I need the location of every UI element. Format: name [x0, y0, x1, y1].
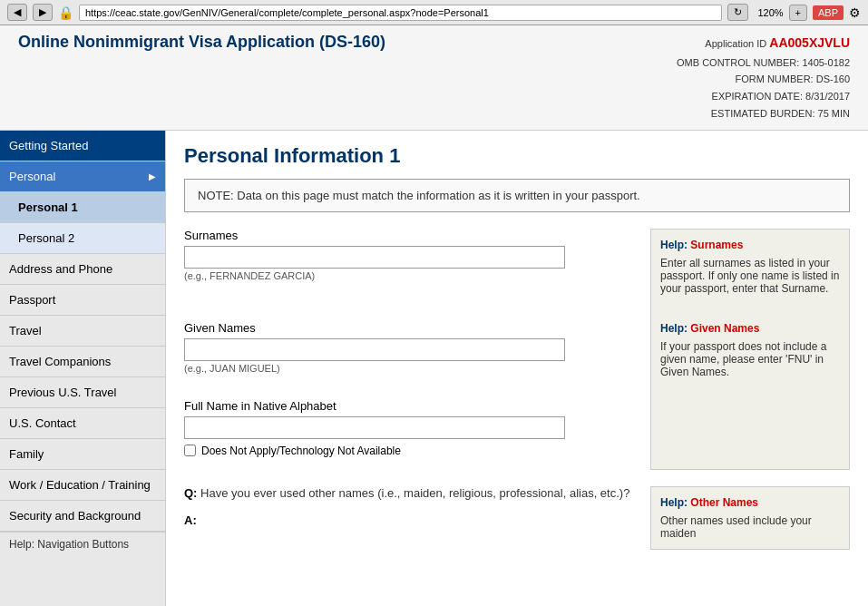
- sidebar: Getting Started Personal ▶ Personal 1 Pe…: [0, 131, 166, 606]
- help-given-names-text: If your passport does not include a give…: [660, 340, 840, 378]
- burden-label: ESTIMATED BURDEN:: [711, 108, 815, 119]
- native-alphabet-label: Full Name in Native Alphabet: [184, 399, 636, 413]
- omb-value: 1405-0182: [802, 57, 850, 68]
- given-names-label: Given Names: [184, 321, 636, 335]
- sidebar-item-family[interactable]: Family: [0, 439, 165, 470]
- surnames-field-group: Surnames (e.g., FERNANDEZ GARCIA): [184, 229, 636, 281]
- zoom-level: 120%: [757, 7, 783, 18]
- lock-icon: 🔒: [58, 5, 73, 20]
- sidebar-item-personal1[interactable]: Personal 1: [0, 192, 165, 223]
- browser-reload-btn[interactable]: ↻: [727, 4, 748, 21]
- given-names-field-group: Given Names (e.g., JUAN MIGUEL): [184, 321, 636, 374]
- native-alphabet-input[interactable]: [184, 416, 565, 439]
- sidebar-item-getting-started[interactable]: Getting Started: [0, 131, 165, 161]
- app-id-label: Application ID: [705, 38, 766, 49]
- sidebar-item-work-education[interactable]: Work / Education / Training: [0, 470, 165, 501]
- omb-label: OMB CONTROL NUMBER:: [677, 57, 799, 68]
- page-title: Personal Information 1: [184, 144, 850, 168]
- browser-forward-btn[interactable]: ▶: [33, 4, 53, 21]
- sidebar-item-travel[interactable]: Travel: [0, 316, 165, 347]
- app-title: Online Nonimmigrant Visa Application (DS…: [18, 33, 385, 52]
- main-layout: Getting Started Personal ▶ Personal 1 Pe…: [0, 131, 868, 606]
- header-meta: Application ID AA005XJVLU OMB CONTROL NU…: [677, 33, 850, 122]
- sidebar-label-work-education: Work / Education / Training: [9, 478, 151, 492]
- question-text: Have you ever used other names (i.e., ma…: [200, 486, 629, 500]
- question-other-names: Q: Have you ever used other names (i.e.,…: [184, 486, 636, 550]
- sidebar-item-security-background[interactable]: Security and Background: [0, 501, 165, 532]
- help-surnames-text: Enter all surnames as listed in your pas…: [660, 257, 840, 295]
- sidebar-label-getting-started: Getting Started: [9, 139, 88, 152]
- note-box: NOTE: Data on this page must match the i…: [184, 179, 850, 212]
- sidebar-label-previous-us-travel: Previous U.S. Travel: [9, 386, 117, 399]
- sidebar-label-personal2: Personal 2: [18, 231, 74, 245]
- sidebar-item-passport[interactable]: Passport: [0, 285, 165, 316]
- sidebar-label-security-background: Security and Background: [9, 509, 141, 523]
- help-surnames-keyword: Surnames: [690, 239, 743, 251]
- page-header: Online Nonimmigrant Visa Application (DS…: [0, 25, 868, 131]
- form-value: DS-160: [816, 73, 850, 84]
- surnames-hint: (e.g., FERNANDEZ GARCIA): [184, 270, 636, 281]
- given-names-input[interactable]: [184, 338, 565, 361]
- browser-zoom-plus[interactable]: +: [789, 5, 807, 21]
- help-given-names-keyword: Given Names: [690, 322, 759, 335]
- help-other-names-title: Help: Other Names: [660, 496, 840, 509]
- expiry-label: EXPIRATION DATE:: [712, 91, 803, 102]
- surnames-label: Surnames: [184, 229, 636, 242]
- chevron-right-icon: ▶: [149, 171, 156, 181]
- sidebar-item-personal[interactable]: Personal ▶: [0, 161, 165, 192]
- sidebar-item-address-phone[interactable]: Address and Phone: [0, 254, 165, 285]
- browser-menu-icon: ⚙: [849, 5, 861, 20]
- sidebar-label-us-contact: U.S. Contact: [9, 416, 76, 430]
- sidebar-nav-help: Help: Navigation Buttons: [0, 532, 165, 556]
- given-names-hint: (e.g., JUAN MIGUEL): [184, 363, 636, 374]
- question-row: Q: Have you ever used other names (i.e.,…: [184, 486, 850, 550]
- sidebar-label-family: Family: [9, 447, 44, 461]
- help-label-other-names: Help:: [660, 496, 688, 509]
- abp-icon: ABP: [813, 5, 844, 20]
- content-area: Personal Information 1 NOTE: Data on thi…: [166, 131, 868, 606]
- url-bar[interactable]: [79, 5, 722, 21]
- help-other-names-text: Other names used include your maiden: [660, 514, 840, 540]
- native-alphabet-field-group: Full Name in Native Alphabet Does Not Ap…: [184, 399, 636, 457]
- help-surnames-title: Help: Surnames: [660, 239, 840, 251]
- surnames-form-section: Surnames (e.g., FERNANDEZ GARCIA) Given …: [184, 229, 636, 470]
- sidebar-label-personal: Personal: [9, 170, 55, 183]
- sidebar-item-previous-us-travel[interactable]: Previous U.S. Travel: [0, 377, 165, 408]
- form-label: FORM NUMBER:: [735, 73, 813, 84]
- nav-help-label: Help: Navigation Buttons: [9, 538, 129, 551]
- sidebar-label-address-phone: Address and Phone: [9, 262, 112, 276]
- help-other-names: Help: Other Names Other names used inclu…: [650, 486, 850, 550]
- sidebar-label-passport: Passport: [9, 293, 55, 307]
- sidebar-label-travel: Travel: [9, 324, 42, 337]
- help-label-surnames: Help:: [660, 239, 688, 251]
- sidebar-item-us-contact[interactable]: U.S. Contact: [0, 408, 165, 439]
- sidebar-label-personal1: Personal 1: [18, 200, 78, 214]
- help-label-given-names: Help:: [660, 322, 688, 335]
- question-prefix: Q:: [184, 486, 197, 500]
- does-not-apply-checkbox[interactable]: [184, 445, 196, 456]
- help-other-names-keyword: Other Names: [690, 496, 758, 509]
- does-not-apply-label: Does Not Apply/Technology Not Available: [201, 445, 401, 457]
- app-id-value: AA005XJVLU: [769, 35, 850, 50]
- does-not-apply-row: Does Not Apply/Technology Not Available: [184, 445, 636, 457]
- help-surnames: Help: Surnames Enter all surnames as lis…: [650, 229, 850, 470]
- sidebar-label-travel-companions: Travel Companions: [9, 355, 111, 368]
- answer-prefix: A:: [184, 513, 197, 527]
- help-given-names-title: Help: Given Names: [660, 322, 840, 335]
- expiry-value: 8/31/2017: [805, 91, 850, 102]
- surnames-input[interactable]: [184, 246, 565, 269]
- sidebar-item-personal2[interactable]: Personal 2: [0, 223, 165, 254]
- note-text: NOTE: Data on this page must match the i…: [198, 189, 640, 202]
- browser-toolbar: ◀ ▶ 🔒 ↻ 120% + ABP ⚙: [0, 0, 868, 25]
- surnames-row: Surnames (e.g., FERNANDEZ GARCIA) Given …: [184, 229, 850, 470]
- browser-back-btn[interactable]: ◀: [7, 4, 27, 21]
- sidebar-item-travel-companions[interactable]: Travel Companions: [0, 347, 165, 377]
- burden-value: 75 MIN: [818, 108, 850, 119]
